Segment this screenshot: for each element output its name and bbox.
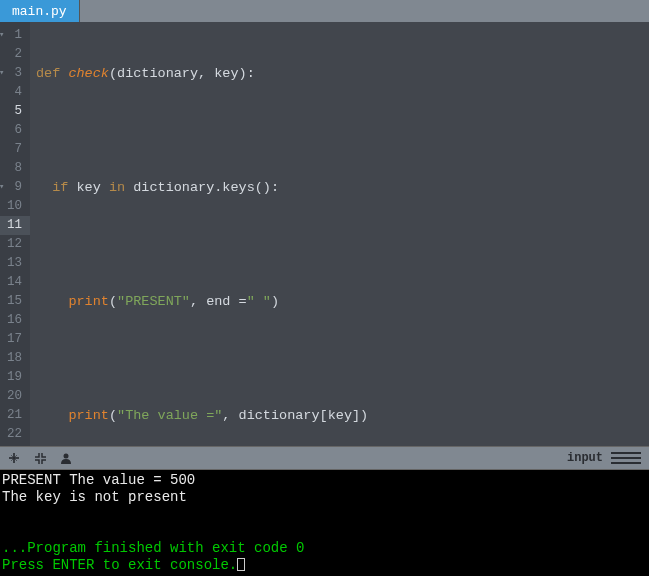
line-number: 8 xyxy=(0,159,22,178)
code-line xyxy=(36,121,649,140)
line-number: 15 xyxy=(0,292,22,311)
code-line: print("The value =", dictionary[key]) xyxy=(36,406,649,425)
line-number: 19 xyxy=(0,368,22,387)
code-line: if key in dictionary.keys(): xyxy=(36,178,649,197)
user-icon[interactable] xyxy=(60,452,72,464)
line-number: 2 xyxy=(0,45,22,64)
console-output[interactable]: PRESENT The value = 500 The key is not p… xyxy=(0,470,649,576)
line-number: ▾9 xyxy=(0,178,22,197)
gutter: ▾1 2 ▾3 4 5 6 7 8 ▾9 10 11 12 13 14 15 1… xyxy=(0,22,30,446)
console-toolbar: input xyxy=(0,446,649,470)
line-number: 14 xyxy=(0,273,22,292)
line-number: 11 xyxy=(0,216,30,235)
code-line xyxy=(36,349,649,368)
collapse-icon[interactable] xyxy=(8,452,20,464)
code-line: print("PRESENT", end =" ") xyxy=(36,292,649,311)
expand-icon[interactable] xyxy=(34,452,46,464)
line-number: 17 xyxy=(0,330,22,349)
line-number: 16 xyxy=(0,311,22,330)
line-number: 20 xyxy=(0,387,22,406)
line-number: 22 xyxy=(0,425,22,444)
tab-bar: main.py xyxy=(0,0,649,22)
line-number: 13 xyxy=(0,254,22,273)
line-number: 7 xyxy=(0,140,22,159)
line-number: 6 xyxy=(0,121,22,140)
file-tab[interactable]: main.py xyxy=(0,0,80,22)
code-line: def check(dictionary, key): xyxy=(36,64,649,83)
input-label: input xyxy=(567,451,603,465)
code-line xyxy=(36,235,649,254)
drag-handle-icon[interactable] xyxy=(611,452,641,464)
console-cursor xyxy=(237,558,245,571)
console-line: ...Program finished with exit code 0 xyxy=(2,540,304,556)
fold-icon[interactable]: ▾ xyxy=(0,64,4,83)
fold-icon[interactable]: ▾ xyxy=(0,178,4,197)
code-editor[interactable]: ▾1 2 ▾3 4 5 6 7 8 ▾9 10 11 12 13 14 15 1… xyxy=(0,22,649,446)
console-line: The key is not present xyxy=(2,489,187,505)
code-area[interactable]: def check(dictionary, key): if key in di… xyxy=(30,22,649,446)
line-number: ▾1 xyxy=(0,26,22,45)
line-number: ▾3 xyxy=(0,64,22,83)
line-number: 4 xyxy=(0,83,22,102)
line-number: 10 xyxy=(0,197,22,216)
svg-point-0 xyxy=(64,454,69,459)
line-number: 5 xyxy=(0,102,22,121)
console-line: PRESENT The value = 500 xyxy=(2,472,195,488)
console-line: Press ENTER to exit console. xyxy=(2,557,237,573)
line-number: 18 xyxy=(0,349,22,368)
fold-icon[interactable]: ▾ xyxy=(0,26,4,45)
line-number: 12 xyxy=(0,235,22,254)
line-number: 21 xyxy=(0,406,22,425)
